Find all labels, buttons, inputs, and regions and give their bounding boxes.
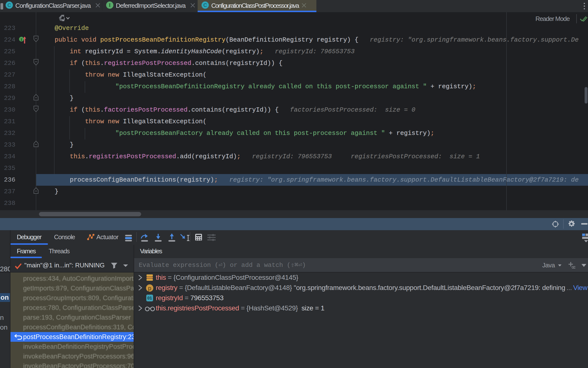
svg-text:I: I	[21, 38, 22, 42]
svg-text:p: p	[148, 285, 151, 291]
svg-text:C: C	[8, 2, 11, 8]
svg-text:I: I	[109, 2, 111, 8]
svg-text:C: C	[203, 2, 207, 8]
svg-text:01: 01	[147, 296, 152, 300]
